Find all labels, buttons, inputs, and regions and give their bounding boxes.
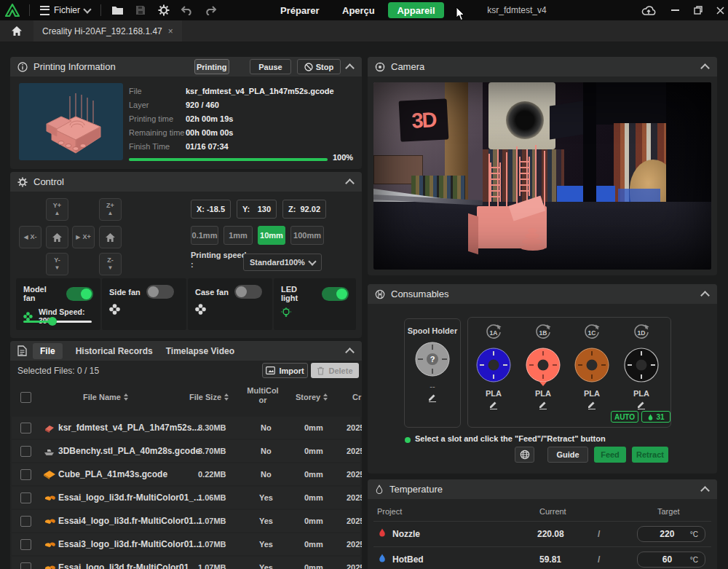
table-row[interactable]: Cube_PLA_41m43s.gcode 0.22MB No 0mm 2025 — [12, 463, 360, 485]
fan-icon — [109, 304, 120, 315]
tab-device[interactable]: Appareil — [388, 2, 444, 18]
home-z-button[interactable] — [99, 226, 122, 248]
wind-speed-slider[interactable] — [23, 321, 92, 323]
pause-button[interactable]: Pause — [250, 59, 291, 74]
col-file-name[interactable]: File Name — [83, 393, 129, 401]
tab-prepare[interactable]: Préparer — [280, 0, 319, 20]
tab-historical-records[interactable]: Historical Records — [68, 343, 160, 359]
hotbed-target-input[interactable]: °C — [637, 552, 705, 568]
svg-text:1B: 1B — [539, 329, 547, 337]
delete-button[interactable]: Delete — [311, 363, 359, 378]
slot-1a[interactable]: 1A PLA — [469, 323, 518, 412]
step-10mm-button[interactable]: 10mm — [258, 226, 285, 245]
printing-speed-label: Printing speed : — [191, 251, 249, 270]
edit-pencil-icon[interactable] — [427, 392, 438, 402]
step-1mm-button[interactable]: 1mm — [223, 226, 253, 245]
restore-button[interactable] — [687, 0, 709, 20]
slot-1b-selected[interactable]: 1B PLA — [518, 323, 568, 412]
row-checkbox[interactable] — [20, 516, 31, 527]
row-checkbox[interactable] — [20, 423, 31, 433]
table-row[interactable]: Essai3_logo_li3d.fr-MultiColor01... 1.07… — [12, 533, 360, 555]
col-storey[interactable]: Storey — [296, 393, 328, 401]
table-row[interactable]: Essai4_logo_li3d.fr-MultiColor01... 1.07… — [12, 510, 360, 532]
coord-y-field[interactable]: Y:130 — [237, 200, 277, 219]
edit-pencil-icon[interactable] — [488, 399, 499, 409]
col-file-size[interactable]: File Size — [189, 393, 229, 401]
filament-disc-1d[interactable] — [623, 347, 660, 383]
table-row[interactable]: Essai_logo_li3d.fr-MultiColor01_... 1.06… — [12, 487, 360, 509]
trash-icon — [317, 366, 325, 375]
collapse-file-panel-icon[interactable] — [345, 348, 355, 357]
tab-preview[interactable]: Aperçu — [342, 0, 375, 20]
cloud-upload-button[interactable] — [638, 0, 660, 20]
open-file-button[interactable] — [108, 1, 127, 19]
spool-holder-card[interactable]: Spool Holder ? -- — [404, 318, 461, 428]
model-fan-toggle[interactable] — [66, 287, 93, 301]
row-checkbox[interactable] — [20, 469, 31, 480]
stop-button[interactable]: Stop — [297, 59, 341, 74]
guide-button[interactable]: Guide — [547, 447, 588, 463]
filament-disc-1a[interactable] — [475, 347, 512, 383]
feed-button[interactable]: Feed — [594, 447, 626, 463]
collapse-consumables-icon[interactable] — [700, 291, 710, 300]
file-menu[interactable]: Fichier — [34, 5, 96, 15]
close-button[interactable] — [709, 0, 728, 20]
filament-disc-1c[interactable] — [574, 347, 610, 383]
led-light-toggle[interactable] — [322, 287, 349, 301]
collapse-camera-icon[interactable] — [700, 63, 710, 73]
import-button[interactable]: Import — [262, 363, 308, 378]
row-checkbox[interactable] — [20, 539, 31, 550]
collapse-control-icon[interactable] — [345, 178, 355, 188]
tab-timelapse-video[interactable]: Timelapse Video — [166, 343, 242, 359]
nozzle-target-input[interactable]: °C — [637, 526, 705, 542]
home-xy-button[interactable] — [46, 226, 68, 248]
table-row[interactable]: ksr_fdmtest_v4_PLA_1h47m52s... 8.30MB No… — [12, 417, 360, 439]
row-checkbox[interactable] — [20, 446, 31, 457]
jog-z-plus-button[interactable]: Z+▲ — [99, 198, 122, 221]
home-icon — [12, 26, 22, 36]
jog-x-plus-button[interactable]: ▶X+ — [72, 226, 95, 248]
settings-button[interactable] — [154, 1, 173, 19]
jog-x-minus-button[interactable]: ◀X- — [19, 226, 41, 248]
slot-1d[interactable]: 1D PLA — [617, 323, 666, 412]
slot-1c[interactable]: 1C PLA — [567, 323, 617, 412]
collapse-printing-info-icon[interactable] — [345, 63, 355, 73]
spool-holder-disc[interactable]: ? — [414, 341, 451, 377]
col-multicolor[interactable]: MultiColor — [245, 386, 281, 405]
jog-y-plus-button[interactable]: Y+▲ — [46, 198, 68, 221]
row-checkbox[interactable] — [20, 562, 31, 569]
select-all-checkbox[interactable] — [20, 392, 31, 403]
jog-z-minus-button[interactable]: Z-▼ — [99, 253, 122, 275]
info-icon — [17, 62, 28, 72]
retract-button[interactable]: Retract — [632, 447, 668, 463]
table-row[interactable]: Essai_logo_li3d.fr-MultiColor01... 1.07M… — [12, 557, 360, 569]
redo-button[interactable] — [201, 1, 220, 19]
home-button[interactable] — [0, 26, 33, 36]
network-button[interactable] — [515, 447, 534, 463]
case-fan-toggle[interactable] — [234, 285, 262, 299]
coord-x-field[interactable]: X:-18.5 — [191, 200, 231, 219]
device-tab[interactable]: Creality Hi-20AF_192.168.1.47 × — [33, 20, 182, 42]
fan-icon — [195, 304, 206, 315]
auto-badge[interactable]: AUTO — [611, 411, 638, 423]
tab-close-icon[interactable]: × — [168, 26, 173, 36]
edit-pencil-icon[interactable] — [538, 399, 548, 409]
coord-z-field[interactable]: Z:92.02 — [282, 200, 326, 219]
step-100mm-button[interactable]: 100mm — [290, 226, 324, 245]
row-checkbox[interactable] — [20, 493, 31, 503]
table-row[interactable]: 3DBenchy.stl_PLA_40m28s.gcode 3.70MB No … — [12, 440, 360, 462]
collapse-temperature-icon[interactable] — [700, 486, 710, 495]
side-fan-toggle[interactable] — [146, 285, 174, 299]
minimize-button[interactable] — [664, 0, 686, 20]
col-created[interactable]: Cr — [352, 393, 361, 401]
printing-speed-select[interactable]: Standard100% — [243, 254, 322, 271]
filament-disc-1b[interactable] — [525, 347, 561, 383]
edit-pencil-icon[interactable] — [587, 399, 597, 409]
step-0_1mm-button[interactable]: 0.1mm — [191, 226, 218, 245]
save-button[interactable] — [131, 1, 150, 19]
edit-pencil-icon[interactable] — [636, 399, 646, 409]
tab-file[interactable]: File — [33, 343, 63, 359]
undo-button[interactable] — [178, 1, 197, 19]
case-fan-card: Case fan — [188, 278, 272, 330]
jog-y-minus-button[interactable]: Y-▼ — [46, 253, 68, 275]
